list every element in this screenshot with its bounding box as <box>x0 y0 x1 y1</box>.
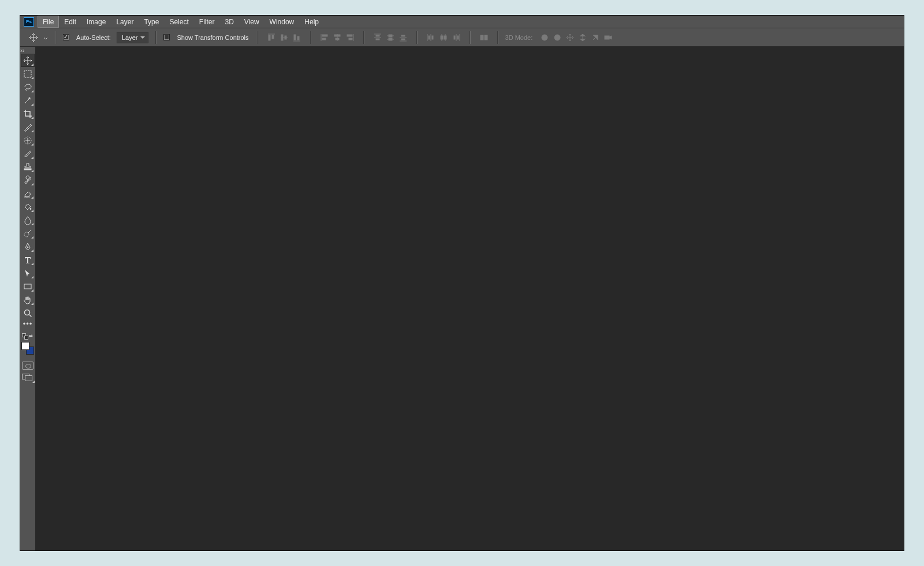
svg-point-54 <box>25 310 30 315</box>
distribute-right-edges-button[interactable] <box>450 31 463 44</box>
menu-type[interactable]: Type <box>139 16 164 28</box>
menu-select[interactable]: Select <box>164 16 193 28</box>
menu-file[interactable]: File <box>38 16 59 28</box>
zoom-tool[interactable] <box>21 306 35 319</box>
pan-3d-icon[interactable] <box>564 31 576 44</box>
svg-rect-33 <box>432 36 433 39</box>
eraser-tool[interactable] <box>21 187 35 200</box>
brush-tool[interactable] <box>21 147 35 160</box>
camera-3d-icon[interactable] <box>602 31 614 44</box>
type-tool[interactable] <box>21 253 35 266</box>
svg-rect-42 <box>480 35 483 40</box>
move-tool-indicator-icon <box>28 32 39 43</box>
divider <box>155 31 157 44</box>
crop-tool[interactable] <box>21 107 35 120</box>
menu-window[interactable]: Window <box>264 16 300 28</box>
svg-rect-11 <box>322 38 326 40</box>
orbit-3d-icon[interactable] <box>538 31 551 44</box>
empty-canvas[interactable] <box>38 47 904 550</box>
divider <box>55 31 56 44</box>
pen-tool[interactable] <box>21 240 35 253</box>
menu-view[interactable]: View <box>239 16 264 28</box>
distribute-left-edges-button[interactable] <box>424 31 437 44</box>
menu-3d[interactable]: 3D <box>219 16 239 28</box>
distribute-horizontal-group <box>424 31 463 44</box>
auto-select-target-select[interactable]: Layer <box>117 32 149 43</box>
menu-help[interactable]: Help <box>299 16 324 28</box>
menu-image[interactable]: Image <box>81 16 111 28</box>
svg-point-51 <box>24 232 29 237</box>
eyedropper-tool[interactable] <box>21 120 35 133</box>
slide-3d-icon[interactable] <box>576 31 589 44</box>
svg-rect-48 <box>24 70 31 77</box>
divider <box>257 31 258 44</box>
history-brush-tool[interactable] <box>21 173 35 187</box>
auto-select-checkbox[interactable] <box>63 34 69 40</box>
blur-tool[interactable] <box>21 213 35 226</box>
hand-tool[interactable] <box>21 293 35 306</box>
align-horizontal-centers-button[interactable] <box>331 31 344 44</box>
divider <box>363 31 364 44</box>
scale-3d-icon[interactable] <box>589 31 602 44</box>
tool-preset-picker[interactable] <box>43 35 48 40</box>
auto-select-label: Auto-Select: <box>76 34 111 41</box>
svg-rect-17 <box>349 38 352 40</box>
auto-align-layers-button[interactable] <box>478 31 490 44</box>
foreground-background-swatch[interactable] <box>21 341 35 355</box>
svg-rect-25 <box>389 38 392 40</box>
svg-rect-53 <box>24 284 31 289</box>
align-horizontal-group <box>318 31 356 44</box>
svg-rect-24 <box>389 35 392 37</box>
align-left-edges-button[interactable] <box>318 31 331 44</box>
clone-stamp-tool[interactable] <box>21 160 35 173</box>
distribute-top-edges-button[interactable] <box>371 31 384 44</box>
svg-rect-4 <box>281 35 283 40</box>
toolbox-expand-toggle[interactable]: ›› <box>20 47 35 54</box>
menu-layer[interactable]: Layer <box>111 16 139 28</box>
svg-rect-10 <box>322 35 327 36</box>
divider <box>470 31 471 44</box>
svg-rect-8 <box>297 36 299 40</box>
svg-rect-50 <box>24 169 31 170</box>
distribute-vertical-centers-button[interactable] <box>384 31 397 44</box>
svg-point-45 <box>542 36 547 39</box>
healing-brush-tool[interactable] <box>21 133 35 147</box>
align-vertical-centers-button[interactable] <box>278 31 290 44</box>
svg-rect-20 <box>376 35 379 36</box>
svg-rect-28 <box>401 35 405 36</box>
svg-rect-40 <box>454 36 455 39</box>
quick-mask-mode-button[interactable] <box>22 362 33 370</box>
move-tool[interactable] <box>21 54 35 67</box>
svg-rect-21 <box>376 39 379 40</box>
menu-filter[interactable]: Filter <box>194 16 220 28</box>
edit-toolbar-button[interactable]: ••• <box>21 319 35 331</box>
path-selection-tool[interactable] <box>21 266 35 280</box>
align-bottom-edges-button[interactable] <box>290 31 303 44</box>
workspace: ›› •••⇄ <box>20 47 904 550</box>
roll-3d-icon[interactable] <box>551 31 564 44</box>
lasso-tool[interactable] <box>21 80 35 94</box>
show-transform-checkbox[interactable] <box>163 34 170 40</box>
distribute-bottom-edges-button[interactable] <box>397 31 409 44</box>
rectangle-tool[interactable] <box>21 280 35 293</box>
svg-rect-41 <box>457 36 459 39</box>
dodge-tool[interactable] <box>21 226 35 240</box>
distribute-horizontal-centers-button[interactable] <box>437 31 450 44</box>
svg-rect-36 <box>441 36 443 39</box>
svg-rect-32 <box>429 36 430 39</box>
align-right-edges-button[interactable] <box>344 31 356 44</box>
svg-rect-14 <box>336 38 339 40</box>
quick-selection-tool[interactable] <box>21 94 35 107</box>
screen-mode-button[interactable] <box>22 374 33 382</box>
svg-rect-37 <box>444 36 446 39</box>
align-top-edges-button[interactable] <box>265 31 278 44</box>
default-colors-button[interactable]: ⇄ <box>21 333 35 340</box>
svg-rect-16 <box>347 35 352 36</box>
gradient-tool[interactable] <box>21 200 35 213</box>
svg-rect-1 <box>269 35 270 40</box>
marquee-tool[interactable] <box>21 67 35 80</box>
menu-edit[interactable]: Edit <box>59 16 81 28</box>
svg-rect-5 <box>285 36 286 39</box>
divider <box>416 31 418 44</box>
app-window: Ps FileEditImageLayerTypeSelectFilter3DV… <box>20 15 904 551</box>
